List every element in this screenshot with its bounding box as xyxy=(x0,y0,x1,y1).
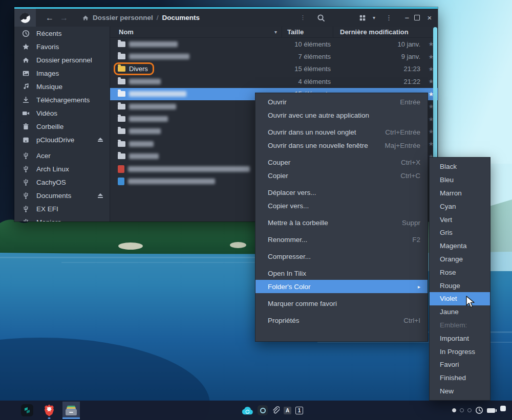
submenu-item-gris[interactable]: Gris xyxy=(430,226,490,239)
sidebar-item-dossier-personnel[interactable]: Dossier personnel xyxy=(14,54,110,67)
menu-item-marquer-comme-favori[interactable]: Marquer comme favori xyxy=(255,297,428,310)
tray-notification-icon[interactable] xyxy=(500,406,506,411)
workspace-dot-2[interactable] xyxy=(460,408,464,412)
close-button[interactable]: × xyxy=(425,13,434,22)
clock-tray-icon[interactable] xyxy=(475,406,483,414)
app-tray-icon[interactable] xyxy=(258,405,268,415)
menu-item-renommer[interactable]: Renommer... F2 xyxy=(255,233,428,246)
sidebar-item-acer[interactable]: Acer xyxy=(14,149,110,163)
menu-item-copier[interactable]: Copier Ctrl+C xyxy=(255,169,428,182)
column-header-size[interactable]: Taille xyxy=(282,27,333,37)
sidebar-item-manjaro[interactable]: Manjaro xyxy=(14,215,110,222)
file-row-divers[interactable]: Divers 15 éléments 21:23 ★ xyxy=(110,63,438,75)
sidebar-item-label: Acer xyxy=(36,152,51,160)
forward-button[interactable]: → xyxy=(57,9,71,27)
sidebar-item-cachyos[interactable]: CachyOS xyxy=(14,176,110,189)
sidebar-item-vid-os[interactable]: Vidéos xyxy=(14,106,110,120)
menu-item-ouvrir-dans-un-nouvel-onglet[interactable]: Ouvrir dans un nouvel onglet Ctrl+Entrée xyxy=(255,125,428,139)
breadcrumb-root[interactable]: Dossier personnel xyxy=(93,14,153,21)
submenu-item-orange[interactable]: Orange xyxy=(430,253,490,266)
submenu-item-vert[interactable]: Vert xyxy=(430,213,490,226)
submenu-item-cyan[interactable]: Cyan xyxy=(430,200,490,213)
submenu-item-jaune[interactable]: Jaune xyxy=(430,305,490,319)
menu-item-ouvrir-dans-une-nouvelle-fen-tre[interactable]: Ouvrir dans une nouvelle fenêtre Maj+Ent… xyxy=(255,139,428,152)
desktop: ← → Dossier personnel / Documents ⋮ ▾ ⋮ … xyxy=(0,0,512,420)
maximize-button[interactable] xyxy=(414,15,420,20)
pcloud-tray-icon[interactable] xyxy=(242,406,253,415)
sidebar-item-arch-linux[interactable]: Arch Linux xyxy=(14,163,110,176)
sidebar-item-t-l-chargements[interactable]: Téléchargements xyxy=(14,93,110,106)
menu-item-mettre-la-corbeille[interactable]: Mettre à la corbeille Suppr xyxy=(255,216,428,229)
search-icon[interactable] xyxy=(317,14,325,22)
file-row[interactable]: 4 éléments 21:22 ★ xyxy=(110,75,438,87)
sidebar-item-favoris[interactable]: Favoris xyxy=(14,40,110,54)
submenu-item-black[interactable]: Black xyxy=(430,160,490,173)
folder-icon xyxy=(118,128,125,134)
column-header-name[interactable]: Nom ▾ xyxy=(110,27,282,37)
sidebar-item-label: Manjaro xyxy=(36,218,61,222)
sidebar-item-ex-efi[interactable]: EX EFI xyxy=(14,203,110,216)
sidebar-item-documents[interactable]: Documents xyxy=(14,189,110,203)
submenu-item-important[interactable]: Important xyxy=(430,331,490,345)
eject-icon[interactable] xyxy=(98,193,103,198)
submenu-item-in-progress[interactable]: In Progress xyxy=(430,345,490,358)
file-name-cell xyxy=(114,139,160,149)
workspace-dot-3[interactable] xyxy=(467,408,472,412)
menu-item-compresser[interactable]: Compresser... xyxy=(255,250,428,263)
submenu-item-magenta[interactable]: Magenta xyxy=(430,239,490,253)
sidebar-item-pclouddrive[interactable]: pCloudDrive xyxy=(14,133,110,146)
menu-item-label: Ouvrir dans un nouvel onglet xyxy=(268,128,379,136)
menu-item-copier-vers[interactable]: Copier vers... xyxy=(255,199,428,212)
menu-item-ouvrir-avec-une-autre-application[interactable]: Ouvrir avec une autre application xyxy=(255,108,428,122)
file-row[interactable]: 7 éléments 9 janv. ★ xyxy=(110,50,438,62)
menu-item-folder-s-color[interactable]: Folder's Color ▸ xyxy=(255,280,428,293)
submenu-item-violet[interactable]: Violet xyxy=(430,292,490,305)
sidebar-item-musique[interactable]: Musique xyxy=(14,80,110,94)
menu-dots-icon[interactable]: ⋮ xyxy=(386,14,392,21)
titlebar[interactable]: ← → Dossier personnel / Documents ⋮ ▾ ⋮ … xyxy=(14,9,438,27)
eject-icon[interactable] xyxy=(98,138,103,142)
file-name-cell xyxy=(114,76,167,87)
submenu-item-bleu[interactable]: Bleu xyxy=(430,173,490,187)
menu-item-d-placer-vers[interactable]: Déplacer vers... xyxy=(255,186,428,199)
taskbar-files-icon[interactable] xyxy=(62,402,80,419)
paperclip-tray-icon[interactable] xyxy=(272,406,280,415)
submenu-item-rose[interactable]: Rose xyxy=(430,266,490,279)
breadcrumb[interactable]: Dossier personnel / Documents xyxy=(82,14,200,21)
battery-icon[interactable] xyxy=(487,408,497,413)
submenu-item-marron[interactable]: Marron xyxy=(430,187,490,200)
column-header-modified[interactable]: Dernière modification xyxy=(333,27,438,37)
app-menu-button[interactable] xyxy=(14,9,36,27)
sidebar-item-r-cents[interactable]: Récents xyxy=(14,27,110,40)
menu-item-couper[interactable]: Couper Ctrl+X xyxy=(255,156,428,169)
menu-item-label: Déplacer vers... xyxy=(268,189,420,196)
column-modified-label: Dernière modification xyxy=(340,28,409,36)
file-modified: 10 janv. xyxy=(333,40,424,48)
minimize-button[interactable]: − xyxy=(402,13,412,22)
scrollbar-thumb[interactable] xyxy=(433,27,437,168)
view-dropdown-icon[interactable]: ▾ xyxy=(373,15,375,20)
menu-item-propri-t-s[interactable]: Propriétés Ctrl+I xyxy=(255,314,428,327)
menu-item-open-in-tilix[interactable]: Open In Tilix xyxy=(255,267,428,280)
sidebar-item-corbeille[interactable]: Corbeille xyxy=(14,120,110,133)
submenu-item-favori[interactable]: Favori xyxy=(430,358,490,371)
submenu-item-new[interactable]: New xyxy=(430,385,490,398)
submenu-item-rouge[interactable]: Rouge xyxy=(430,279,490,292)
overflow-dots-icon[interactable]: ⋮ xyxy=(300,15,306,20)
taskbar-brave-icon[interactable] xyxy=(40,402,58,419)
sidebar-item-label: Musique xyxy=(36,83,62,91)
file-name: Divers xyxy=(129,65,148,73)
keyboard-layout-indicator[interactable]: A xyxy=(284,407,291,414)
menu-item-label: Jaune xyxy=(440,308,485,316)
menu-item-ouvrir[interactable]: Ouvrir Entrée xyxy=(255,95,428,108)
file-row[interactable]: 10 éléments 10 janv. ★ xyxy=(110,38,438,50)
app-logo-icon xyxy=(19,12,31,24)
submenu-item-finished[interactable]: Finished xyxy=(430,371,490,385)
numlock-indicator[interactable]: 1 xyxy=(295,407,303,414)
workspace-dot-1[interactable] xyxy=(452,408,456,412)
sidebar-item-images[interactable]: Images xyxy=(14,67,110,80)
taskbar-launcher-icon[interactable] xyxy=(18,402,36,419)
grid-view-icon[interactable] xyxy=(359,14,366,21)
folders-color-submenu: Black Bleu Marron Cyan Vert Gris Magenta… xyxy=(429,157,490,401)
back-button[interactable]: ← xyxy=(43,9,56,27)
